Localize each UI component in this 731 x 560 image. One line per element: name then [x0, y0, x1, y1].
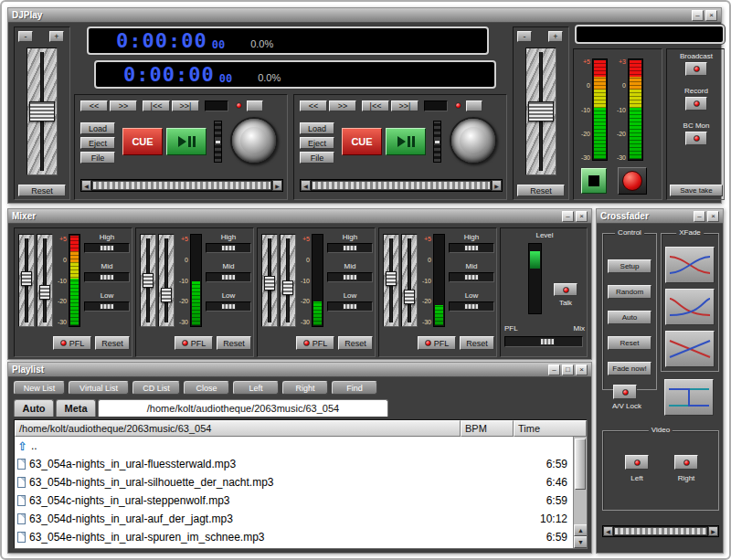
- mixer-ch3-fader-right-handle[interactable]: [282, 280, 293, 295]
- pfl-mix-thumb[interactable]: [540, 338, 555, 345]
- deck-a-pitch-fader[interactable]: [26, 48, 58, 175]
- djplay-minimize-button[interactable]: –: [692, 10, 704, 21]
- crossfader-setup-button[interactable]: Setup: [608, 259, 652, 273]
- djplay-titlebar[interactable]: DJPlay – ×: [8, 8, 721, 23]
- deck-a-mini-button[interactable]: [247, 100, 263, 111]
- column-header-bpm[interactable]: BPM: [461, 420, 514, 437]
- mixer-ch4-fader-right-handle[interactable]: [404, 290, 415, 304]
- mixer-ch4-high-thumb[interactable]: [464, 245, 479, 251]
- deck-b-load-button[interactable]: Load: [300, 122, 334, 134]
- mixer-ch2-pfl-button[interactable]: PFL: [175, 336, 213, 350]
- table-row[interactable]: 63_054a-nights_in_ural-fluessterwald.mp3…: [15, 455, 573, 473]
- deck-a-seek-thumb[interactable]: [92, 181, 271, 190]
- djplay-close-button[interactable]: ×: [705, 10, 717, 21]
- deck-a-next-track-button[interactable]: >>|: [172, 100, 199, 111]
- deck-b-forward-button[interactable]: >>: [329, 100, 356, 111]
- mixer-ch4-fader-left[interactable]: [383, 234, 399, 327]
- cd-list-button[interactable]: CD List: [132, 381, 180, 395]
- table-row[interactable]: 63_054e-nights_in_ural-spuren_im_schnee.…: [15, 528, 573, 546]
- column-header-time[interactable]: Time: [514, 420, 587, 437]
- mixer-ch1-pfl-button[interactable]: PFL: [53, 336, 91, 350]
- deck-a-file-button[interactable]: File: [80, 152, 115, 164]
- mixer-ch1-reset-button[interactable]: Reset: [95, 336, 130, 350]
- playlist-maximize-button[interactable]: □: [562, 365, 574, 375]
- save-take-button[interactable]: Save take: [670, 185, 723, 196]
- mixer-ch2-reset-button[interactable]: Reset: [217, 336, 251, 350]
- table-row[interactable]: ⇧..: [15, 437, 573, 455]
- deck-b-prev-track-button[interactable]: |<<: [362, 100, 389, 111]
- seek-left-icon[interactable]: ◀: [603, 526, 613, 536]
- find-button[interactable]: Find: [332, 381, 377, 395]
- virtual-list-button[interactable]: Virtual List: [69, 381, 129, 395]
- mixer-ch2-fader-right[interactable]: [158, 234, 175, 327]
- mixer-ch1-high-slider[interactable]: [84, 243, 130, 253]
- deck-b-pitch-fader-handle[interactable]: [528, 101, 554, 122]
- mixer-ch4-mid-slider[interactable]: [449, 272, 494, 282]
- mixer-close-button[interactable]: ×: [576, 211, 588, 222]
- deck-b-pitch-fader[interactable]: [525, 48, 556, 175]
- mixer-ch2-high-thumb[interactable]: [221, 245, 236, 251]
- table-row[interactable]: 63_054d-nights_in_ural-auf_der_jagt.mp3 …: [15, 510, 573, 528]
- deck-b-eject-button[interactable]: Eject: [300, 137, 334, 149]
- mixer-ch2-fader-left-handle[interactable]: [143, 273, 154, 288]
- scroll-up-button[interactable]: ▲: [574, 524, 588, 536]
- crossfader-close-button[interactable]: ×: [707, 211, 719, 222]
- mixer-ch4-low-thumb[interactable]: [464, 303, 479, 310]
- mixer-minimize-button[interactable]: –: [562, 211, 574, 222]
- mixer-ch2-low-thumb[interactable]: [221, 303, 236, 310]
- crossfader-random-button[interactable]: Random: [608, 285, 652, 299]
- deck-a-eject-button[interactable]: Eject: [80, 137, 115, 149]
- bc-mon-toggle-button[interactable]: [685, 132, 707, 145]
- mixer-ch2-low-slider[interactable]: [206, 301, 251, 312]
- mixer-ch1-fader-left[interactable]: [18, 234, 35, 327]
- mixer-ch3-high-slider[interactable]: [327, 243, 373, 253]
- scrollbar-thumb[interactable]: [575, 438, 586, 490]
- mixer-ch2-mid-thumb[interactable]: [221, 274, 236, 280]
- table-row[interactable]: 63_054c-nights_in_ural-steppenwolf.mp3 6…: [15, 491, 573, 510]
- deck-a-load-button[interactable]: Load: [80, 122, 115, 134]
- record-toggle-button[interactable]: [685, 97, 707, 111]
- deck-a-cue-button[interactable]: CUE: [122, 128, 163, 155]
- close-list-button[interactable]: Close: [184, 381, 229, 395]
- mixer-ch4-mid-thumb[interactable]: [464, 274, 479, 280]
- deck-b-next-track-button[interactable]: >>|: [391, 100, 418, 111]
- deck-b-seek-thumb[interactable]: [312, 181, 491, 190]
- deck-a-pitch-plus-button[interactable]: +: [49, 31, 64, 42]
- xfade-curve-4-button[interactable]: [664, 379, 714, 416]
- deck-b-pitch-reset-button[interactable]: Reset: [517, 185, 565, 196]
- column-header-path[interactable]: /home/kolt/audiotheque/2063music/63_054: [15, 420, 461, 437]
- deck-a-seek-slider[interactable]: ◀ ▶: [80, 179, 283, 192]
- deck-a-pitch-minus-button[interactable]: -: [18, 31, 33, 42]
- mixer-ch1-high-thumb[interactable]: [100, 245, 114, 251]
- table-row[interactable]: 63_054b-nights_in_ural-silhouette_der_na…: [15, 473, 573, 491]
- mixer-ch3-low-slider[interactable]: [327, 301, 373, 312]
- deck-b-seek-slider[interactable]: ◀ ▶: [300, 179, 503, 192]
- mixer-ch3-mid-slider[interactable]: [327, 272, 373, 282]
- mixer-ch2-mid-slider[interactable]: [206, 272, 251, 282]
- seek-left-icon[interactable]: ◀: [81, 180, 91, 191]
- crossfader-titlebar[interactable]: Crossfader – ×: [597, 209, 723, 224]
- mixer-ch4-fader-right[interactable]: [401, 234, 418, 327]
- av-lock-button[interactable]: [613, 385, 637, 399]
- stop-button[interactable]: [581, 168, 607, 194]
- mixer-ch3-fader-right[interactable]: [280, 234, 296, 327]
- tab-meta[interactable]: Meta: [56, 399, 96, 417]
- crossfader-slider-thumb[interactable]: [614, 527, 707, 535]
- mixer-ch3-fader-left[interactable]: [261, 234, 278, 327]
- deck-a-pitchbend-thumb[interactable]: [215, 140, 221, 144]
- deck-b-file-button[interactable]: File: [300, 152, 334, 164]
- mixer-ch3-high-thumb[interactable]: [343, 245, 357, 251]
- tab-current-path[interactable]: /home/kolt/audiotheque/2063music/63_054: [98, 399, 388, 417]
- mixer-ch3-low-thumb[interactable]: [343, 303, 357, 310]
- mixer-ch1-mid-slider[interactable]: [84, 272, 130, 282]
- mixer-ch2-fader-right-handle[interactable]: [161, 288, 172, 302]
- record-button[interactable]: [618, 167, 647, 195]
- pfl-mix-slider[interactable]: [504, 336, 583, 347]
- mixer-ch3-mid-thumb[interactable]: [343, 274, 357, 280]
- deck-a-rewind-button[interactable]: <<: [80, 100, 108, 111]
- seek-right-icon[interactable]: ▶: [492, 180, 502, 191]
- new-list-button[interactable]: New List: [14, 381, 65, 395]
- deck-b-play-pause-button[interactable]: [386, 128, 426, 155]
- mixer-ch3-pfl-button[interactable]: PFL: [296, 336, 334, 350]
- mixer-ch3-fader-left-handle[interactable]: [264, 276, 275, 291]
